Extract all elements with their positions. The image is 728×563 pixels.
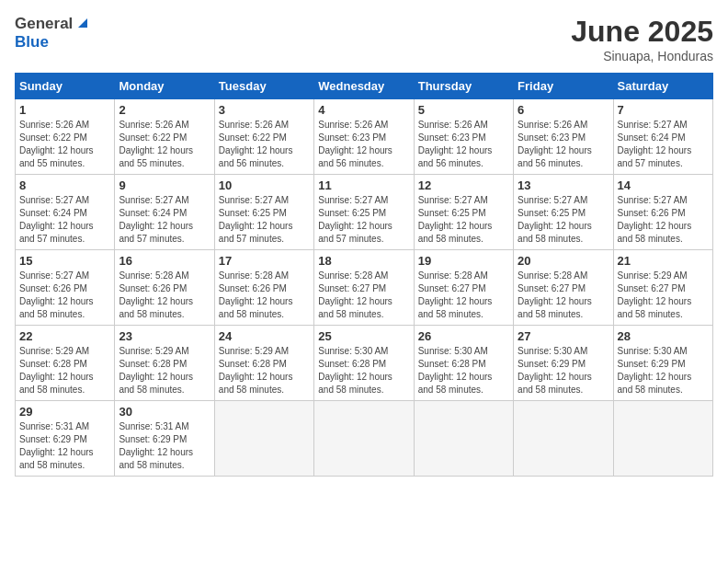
calendar-cell: 2 Sunrise: 5:26 AM Sunset: 6:22 PM Dayli… <box>115 99 214 175</box>
calendar-cell: 22 Sunrise: 5:29 AM Sunset: 6:28 PM Dayl… <box>16 326 115 401</box>
cell-day-number: 17 <box>219 254 310 268</box>
calendar-cell <box>214 401 313 477</box>
cell-day-number: 19 <box>418 254 509 268</box>
day-header-tuesday: Tuesday <box>214 74 313 99</box>
day-header-friday: Friday <box>514 74 613 99</box>
calendar-cell: 13 Sunrise: 5:27 AM Sunset: 6:25 PM Dayl… <box>514 175 613 250</box>
calendar-cell <box>414 401 513 477</box>
svg-marker-0 <box>78 18 87 28</box>
calendar-cell: 30 Sunrise: 5:31 AM Sunset: 6:29 PM Dayl… <box>115 401 214 477</box>
cell-info: Sunrise: 5:29 AM Sunset: 6:28 PM Dayligh… <box>219 345 310 396</box>
cell-info: Sunrise: 5:27 AM Sunset: 6:24 PM Dayligh… <box>618 119 709 170</box>
cell-info: Sunrise: 5:26 AM Sunset: 6:23 PM Dayligh… <box>318 119 409 170</box>
calendar-cell: 23 Sunrise: 5:29 AM Sunset: 6:28 PM Dayl… <box>115 326 214 401</box>
cell-info: Sunrise: 5:27 AM Sunset: 6:25 PM Dayligh… <box>219 194 310 246</box>
cell-day-number: 24 <box>219 329 310 343</box>
title-area: June 2025 Sinuapa, Honduras <box>571 15 713 63</box>
calendar-cell: 14 Sunrise: 5:27 AM Sunset: 6:26 PM Dayl… <box>613 175 712 250</box>
day-header-wednesday: Wednesday <box>314 74 414 99</box>
calendar-cell: 26 Sunrise: 5:30 AM Sunset: 6:28 PM Dayl… <box>414 326 513 401</box>
logo-blue: Blue <box>15 33 49 52</box>
calendar-cell: 20 Sunrise: 5:28 AM Sunset: 6:27 PM Dayl… <box>514 250 613 326</box>
calendar-cell: 25 Sunrise: 5:30 AM Sunset: 6:28 PM Dayl… <box>314 326 414 401</box>
calendar-cell: 29 Sunrise: 5:31 AM Sunset: 6:29 PM Dayl… <box>16 401 115 477</box>
calendar-cell: 19 Sunrise: 5:28 AM Sunset: 6:27 PM Dayl… <box>414 250 513 326</box>
day-header-monday: Monday <box>115 74 214 99</box>
cell-info: Sunrise: 5:29 AM Sunset: 6:27 PM Dayligh… <box>618 270 709 321</box>
cell-day-number: 2 <box>119 103 210 117</box>
cell-info: Sunrise: 5:26 AM Sunset: 6:22 PM Dayligh… <box>119 119 210 170</box>
cell-day-number: 9 <box>119 178 210 192</box>
cell-info: Sunrise: 5:26 AM Sunset: 6:22 PM Dayligh… <box>219 119 310 170</box>
cell-info: Sunrise: 5:28 AM Sunset: 6:27 PM Dayligh… <box>518 270 609 321</box>
cell-info: Sunrise: 5:31 AM Sunset: 6:29 PM Dayligh… <box>19 420 110 472</box>
day-header-sunday: Sunday <box>16 74 115 99</box>
logo-general: General <box>15 15 73 33</box>
calendar-cell: 4 Sunrise: 5:26 AM Sunset: 6:23 PM Dayli… <box>314 99 414 175</box>
calendar-cell: 18 Sunrise: 5:28 AM Sunset: 6:27 PM Dayl… <box>314 250 414 326</box>
cell-info: Sunrise: 5:29 AM Sunset: 6:28 PM Dayligh… <box>119 345 210 396</box>
calendar-week-row: 8 Sunrise: 5:27 AM Sunset: 6:24 PM Dayli… <box>16 175 713 250</box>
cell-day-number: 8 <box>19 178 110 192</box>
day-header-thursday: Thursday <box>414 74 513 99</box>
calendar-header-row: SundayMondayTuesdayWednesdayThursdayFrid… <box>16 74 713 99</box>
calendar: SundayMondayTuesdayWednesdayThursdayFrid… <box>15 73 713 477</box>
cell-day-number: 4 <box>318 103 409 117</box>
cell-info: Sunrise: 5:26 AM Sunset: 6:23 PM Dayligh… <box>518 119 609 170</box>
cell-day-number: 12 <box>418 178 509 192</box>
cell-day-number: 27 <box>518 329 609 343</box>
calendar-cell: 28 Sunrise: 5:30 AM Sunset: 6:29 PM Dayl… <box>613 326 712 401</box>
cell-day-number: 21 <box>618 254 709 268</box>
calendar-week-row: 22 Sunrise: 5:29 AM Sunset: 6:28 PM Dayl… <box>16 326 713 401</box>
calendar-week-row: 1 Sunrise: 5:26 AM Sunset: 6:22 PM Dayli… <box>16 99 713 175</box>
calendar-cell: 12 Sunrise: 5:27 AM Sunset: 6:25 PM Dayl… <box>414 175 513 250</box>
calendar-cell: 9 Sunrise: 5:27 AM Sunset: 6:24 PM Dayli… <box>115 175 214 250</box>
calendar-cell: 7 Sunrise: 5:27 AM Sunset: 6:24 PM Dayli… <box>613 99 712 175</box>
calendar-cell <box>314 401 414 477</box>
cell-day-number: 7 <box>618 103 709 117</box>
cell-info: Sunrise: 5:27 AM Sunset: 6:25 PM Dayligh… <box>418 194 509 246</box>
cell-info: Sunrise: 5:26 AM Sunset: 6:23 PM Dayligh… <box>418 119 509 170</box>
calendar-cell: 21 Sunrise: 5:29 AM Sunset: 6:27 PM Dayl… <box>613 250 712 326</box>
header: General Blue June 2025 Sinuapa, Honduras <box>15 15 713 63</box>
cell-day-number: 18 <box>318 254 409 268</box>
location-subtitle: Sinuapa, Honduras <box>571 49 713 63</box>
cell-info: Sunrise: 5:28 AM Sunset: 6:27 PM Dayligh… <box>318 270 409 321</box>
cell-info: Sunrise: 5:27 AM Sunset: 6:24 PM Dayligh… <box>119 194 210 246</box>
cell-day-number: 6 <box>518 103 609 117</box>
calendar-cell: 6 Sunrise: 5:26 AM Sunset: 6:23 PM Dayli… <box>514 99 613 175</box>
cell-info: Sunrise: 5:28 AM Sunset: 6:27 PM Dayligh… <box>418 270 509 321</box>
cell-day-number: 22 <box>19 329 110 343</box>
cell-day-number: 3 <box>219 103 310 117</box>
calendar-cell: 11 Sunrise: 5:27 AM Sunset: 6:25 PM Dayl… <box>314 175 414 250</box>
cell-info: Sunrise: 5:27 AM Sunset: 6:25 PM Dayligh… <box>518 194 609 246</box>
cell-info: Sunrise: 5:27 AM Sunset: 6:26 PM Dayligh… <box>618 194 709 246</box>
cell-day-number: 15 <box>19 254 110 268</box>
cell-info: Sunrise: 5:30 AM Sunset: 6:29 PM Dayligh… <box>618 345 709 396</box>
cell-day-number: 23 <box>119 329 210 343</box>
cell-info: Sunrise: 5:31 AM Sunset: 6:29 PM Dayligh… <box>119 420 210 472</box>
logo-triangle-icon <box>74 15 89 29</box>
calendar-cell: 16 Sunrise: 5:28 AM Sunset: 6:26 PM Dayl… <box>115 250 214 326</box>
calendar-cell: 8 Sunrise: 5:27 AM Sunset: 6:24 PM Dayli… <box>16 175 115 250</box>
cell-day-number: 29 <box>19 405 110 419</box>
calendar-cell: 10 Sunrise: 5:27 AM Sunset: 6:25 PM Dayl… <box>214 175 313 250</box>
cell-info: Sunrise: 5:30 AM Sunset: 6:28 PM Dayligh… <box>418 345 509 396</box>
calendar-cell: 5 Sunrise: 5:26 AM Sunset: 6:23 PM Dayli… <box>414 99 513 175</box>
cell-info: Sunrise: 5:27 AM Sunset: 6:24 PM Dayligh… <box>19 194 110 246</box>
month-title: June 2025 <box>571 15 713 49</box>
cell-info: Sunrise: 5:30 AM Sunset: 6:29 PM Dayligh… <box>518 345 609 396</box>
cell-day-number: 30 <box>119 405 210 419</box>
cell-info: Sunrise: 5:29 AM Sunset: 6:28 PM Dayligh… <box>19 345 110 396</box>
day-header-saturday: Saturday <box>613 74 712 99</box>
calendar-cell: 3 Sunrise: 5:26 AM Sunset: 6:22 PM Dayli… <box>214 99 313 175</box>
cell-day-number: 10 <box>219 178 310 192</box>
cell-day-number: 16 <box>119 254 210 268</box>
calendar-cell: 17 Sunrise: 5:28 AM Sunset: 6:26 PM Dayl… <box>214 250 313 326</box>
cell-day-number: 28 <box>618 329 709 343</box>
cell-info: Sunrise: 5:27 AM Sunset: 6:25 PM Dayligh… <box>318 194 409 246</box>
calendar-cell: 24 Sunrise: 5:29 AM Sunset: 6:28 PM Dayl… <box>214 326 313 401</box>
calendar-cell: 1 Sunrise: 5:26 AM Sunset: 6:22 PM Dayli… <box>16 99 115 175</box>
cell-info: Sunrise: 5:26 AM Sunset: 6:22 PM Dayligh… <box>19 119 110 170</box>
cell-day-number: 26 <box>418 329 509 343</box>
